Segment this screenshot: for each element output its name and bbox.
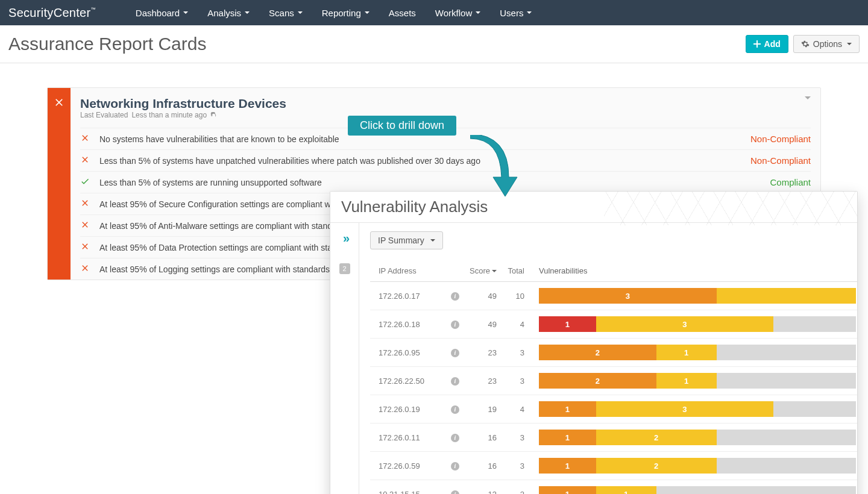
drilldown-sidebar: » 2 (330, 223, 359, 494)
x-icon (80, 263, 91, 275)
cell-score: 16 (465, 461, 508, 471)
card-title: Networking Infrastructure Devices (80, 96, 286, 111)
info-icon[interactable]: i (451, 320, 459, 329)
x-icon (80, 155, 91, 166)
bar-segment-med: 2 (596, 458, 717, 474)
cell-score: 23 (465, 377, 508, 386)
svg-rect-1 (753, 43, 761, 45)
collapse-icon[interactable] (805, 96, 811, 99)
table-row[interactable]: 172.26.0.19i19413 (370, 395, 857, 424)
nav-item-users[interactable]: Users (490, 2, 541, 24)
table-row[interactable]: 172.26.0.17i49103 (370, 282, 857, 310)
info-icon[interactable]: i (451, 434, 459, 442)
add-button[interactable]: Add (746, 35, 788, 53)
top-nav: SecurityCenter™ DashboardAnalysisScansRe… (0, 0, 868, 25)
brand-logo: SecurityCenter™ (8, 6, 96, 20)
info-icon[interactable]: i (451, 405, 459, 414)
plus-icon (753, 40, 761, 48)
cell-ip: 172.26.0.19 (379, 405, 451, 414)
vuln-bar: 13 (539, 316, 856, 332)
drilldown-panel: Vulnerability Analysis » 2 IP Summary IP… (330, 191, 858, 494)
drilldown-title: Vulnerability Analysis (341, 198, 846, 216)
card-status-indicator (48, 88, 71, 280)
info-icon[interactable]: i (451, 292, 459, 301)
cell-ip: 172.26.0.18 (379, 320, 451, 329)
cell-ip: 172.26.22.50 (379, 377, 451, 386)
refresh-icon[interactable] (210, 112, 217, 119)
cell-score: 16 (465, 433, 508, 442)
cell-ip: 10.31.15.15 (379, 490, 451, 495)
nav-item-scans[interactable]: Scans (259, 2, 312, 24)
bar-segment-med: 1 (596, 486, 656, 494)
options-button[interactable]: Options (793, 35, 860, 53)
bar-segment-high: 1 (539, 401, 596, 417)
policy-row[interactable]: No systems have vulnerabilities that are… (80, 128, 811, 150)
cell-ip: 172.26.0.95 (379, 348, 451, 357)
bar-segment-med: 3 (596, 316, 774, 332)
cell-total: 4 (508, 320, 539, 329)
table-row[interactable]: 172.26.0.18i49413 (370, 310, 857, 339)
drilldown-main: IP Summary IP Address Score Total Vulner… (359, 223, 857, 494)
expand-icon[interactable]: » (343, 231, 346, 245)
nav-item-analysis[interactable]: Analysis (198, 2, 259, 24)
sort-desc-icon (492, 270, 497, 272)
bar-segment-high: 2 (539, 373, 656, 389)
info-icon[interactable]: i (451, 377, 459, 386)
info-icon[interactable]: i (451, 349, 459, 357)
col-header-score[interactable]: Score (465, 266, 508, 275)
drilldown-header: Vulnerability Analysis (330, 192, 857, 223)
bar-segment-med: 1 (656, 373, 717, 389)
nav-item-assets[interactable]: Assets (379, 2, 426, 24)
policy-text: Less than 5% of systems are running unsu… (99, 178, 761, 187)
info-icon[interactable]: i (451, 490, 459, 494)
bar-segment-med: 3 (596, 401, 774, 417)
col-header-total[interactable]: Total (508, 266, 539, 275)
table-row[interactable]: 172.26.0.59i16312 (370, 452, 857, 480)
table-row[interactable]: 172.26.0.95i23321 (370, 339, 857, 367)
cell-total: 3 (508, 348, 539, 357)
info-icon[interactable]: i (451, 462, 459, 471)
policy-status: Compliant (770, 177, 811, 187)
cell-total: 10 (508, 292, 539, 301)
vuln-bar: 11 (539, 486, 856, 494)
bar-segment-med: 2 (596, 430, 717, 445)
policy-status: Non-Compliant (750, 155, 811, 166)
nav-item-reporting[interactable]: Reporting (312, 2, 379, 24)
policy-row[interactable]: Less than 5% of systems have unpatched v… (80, 150, 811, 172)
policy-row[interactable]: Less than 5% of systems are running unsu… (80, 172, 811, 193)
table-row[interactable]: 10.31.15.15i13211 (370, 480, 857, 494)
cell-score: 49 (465, 292, 508, 301)
bar-segment-med (717, 288, 856, 304)
table-header: IP Address Score Total Vulnerabilities (370, 260, 857, 282)
policy-status: Non-Compliant (750, 134, 811, 144)
vulnerability-table: IP Address Score Total Vulnerabilities 1… (370, 260, 857, 494)
cell-total: 2 (508, 490, 539, 495)
nav-item-workflow[interactable]: Workflow (426, 2, 490, 24)
col-header-vuln[interactable]: Vulnerabilities (539, 266, 857, 275)
cell-score: 23 (465, 348, 508, 357)
policy-text: No systems have vulnerabilities that are… (99, 134, 742, 144)
cell-total: 3 (508, 461, 539, 471)
cell-total: 3 (508, 433, 539, 442)
policy-text: Less than 5% of systems have unpatched v… (99, 156, 742, 166)
view-dropdown[interactable]: IP Summary (370, 231, 443, 249)
x-icon (80, 133, 91, 145)
bar-segment-crit: 1 (539, 316, 596, 332)
table-row[interactable]: 172.26.0.11i16312 (370, 424, 857, 452)
col-header-ip[interactable]: IP Address (379, 266, 451, 275)
drilldown-body: » 2 IP Summary IP Address Score Total Vu… (330, 223, 857, 494)
cell-total: 4 (508, 405, 539, 414)
x-icon (80, 242, 91, 253)
bar-segment-high: 2 (539, 345, 656, 360)
cell-ip: 172.26.0.17 (379, 292, 451, 301)
page-title: Assurance Report Cards (8, 34, 206, 54)
page-actions: Add Options (746, 35, 860, 53)
cell-total: 3 (508, 377, 539, 386)
filter-count-badge[interactable]: 2 (339, 263, 350, 274)
cell-ip: 172.26.0.59 (379, 461, 451, 471)
bar-segment-high: 3 (539, 288, 717, 304)
table-row[interactable]: 172.26.22.50i23321 (370, 367, 857, 395)
nav-item-dashboard[interactable]: Dashboard (126, 2, 198, 24)
gear-icon (801, 40, 810, 48)
vuln-bar: 12 (539, 458, 856, 474)
